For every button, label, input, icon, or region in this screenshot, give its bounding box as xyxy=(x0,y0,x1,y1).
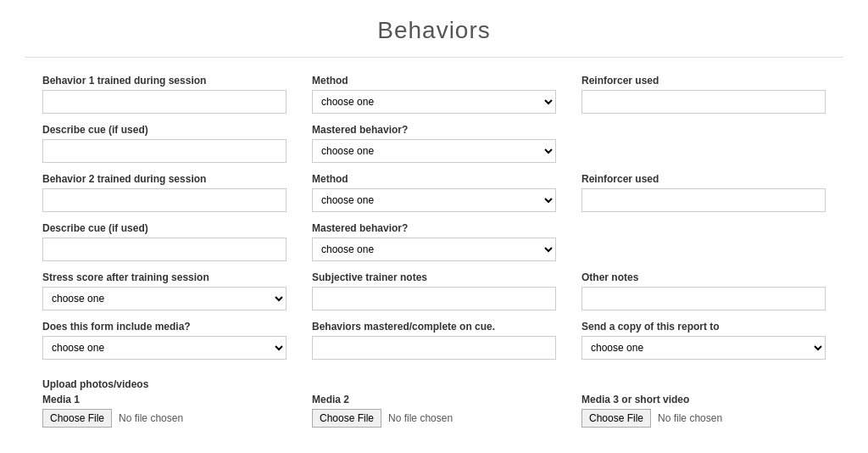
mastered1-label: Mastered behavior? xyxy=(312,124,556,136)
media1-file-row: Choose File No file chosen xyxy=(42,409,287,428)
describe-cue1-label: Describe cue (if used) xyxy=(42,124,287,136)
subjective-notes-input[interactable] xyxy=(312,287,556,310)
reinforcer1-input[interactable] xyxy=(581,90,826,114)
media-section: Upload photos/videos Media 1 Choose File… xyxy=(42,378,826,438)
subjective-notes-label: Subjective trainer notes xyxy=(312,271,556,283)
media1-label: Media 1 xyxy=(42,394,287,405)
reinforcer2-input[interactable] xyxy=(581,188,826,212)
media2-label: Media 2 xyxy=(312,394,556,405)
behavior1-label: Behavior 1 trained during session xyxy=(42,75,287,87)
form-grid: Behavior 1 trained during session Method… xyxy=(42,75,826,370)
other-notes-label: Other notes xyxy=(581,271,826,283)
method1-label: Method xyxy=(312,75,556,87)
behavior2-group: Behavior 2 trained during session xyxy=(42,173,287,212)
page-title: Behaviors xyxy=(0,0,868,57)
media1-choose-file-button[interactable]: Choose File xyxy=(42,409,112,428)
behavior1-group: Behavior 1 trained during session xyxy=(42,75,287,114)
media1-group: Media 1 Choose File No file chosen xyxy=(42,394,287,428)
media3-choose-file-button[interactable]: Choose File xyxy=(581,409,651,428)
empty-col3-row4 xyxy=(581,222,826,261)
media3-label: Media 3 or short video xyxy=(581,394,826,405)
media3-no-file-text: No file chosen xyxy=(658,412,722,424)
does-media-select[interactable]: choose one xyxy=(42,336,287,360)
media-grid: Media 1 Choose File No file chosen Media… xyxy=(42,394,826,438)
mastered2-label: Mastered behavior? xyxy=(312,222,556,234)
behaviors-mastered-group: Behaviors mastered/complete on cue. xyxy=(312,321,556,360)
form-container: Behavior 1 trained during session Method… xyxy=(0,75,868,453)
method2-label: Method xyxy=(312,173,556,185)
send-copy-select[interactable]: choose one xyxy=(581,336,826,360)
media3-group: Media 3 or short video Choose File No fi… xyxy=(581,394,826,428)
empty-col3-row2 xyxy=(581,124,826,163)
behavior1-input[interactable] xyxy=(42,90,287,114)
describe-cue2-group: Describe cue (if used) xyxy=(42,222,287,261)
media2-no-file-text: No file chosen xyxy=(388,412,453,424)
describe-cue2-label: Describe cue (if used) xyxy=(42,222,287,234)
describe-cue1-input[interactable] xyxy=(42,139,287,163)
mastered1-group: Mastered behavior? choose one xyxy=(312,124,556,163)
section-divider xyxy=(25,57,843,58)
method1-select[interactable]: choose one xyxy=(312,90,556,114)
stress-score-select[interactable]: choose one xyxy=(42,287,287,310)
media3-file-row: Choose File No file chosen xyxy=(581,409,826,428)
reinforcer2-label: Reinforcer used xyxy=(581,173,826,185)
upload-label: Upload photos/videos xyxy=(42,378,826,390)
other-notes-group: Other notes xyxy=(581,271,826,310)
method2-group: Method choose one xyxy=(312,173,556,212)
mastered2-select[interactable]: choose one xyxy=(312,238,556,261)
does-media-group: Does this form include media? choose one xyxy=(42,321,287,360)
behaviors-mastered-label: Behaviors mastered/complete on cue. xyxy=(312,321,556,333)
reinforcer1-group: Reinforcer used xyxy=(581,75,826,114)
behavior2-input[interactable] xyxy=(42,188,287,212)
send-copy-group: Send a copy of this report to choose one xyxy=(581,321,826,360)
describe-cue2-input[interactable] xyxy=(42,238,287,261)
method1-group: Method choose one xyxy=(312,75,556,114)
method2-select[interactable]: choose one xyxy=(312,188,556,212)
stress-score-label: Stress score after training session xyxy=(42,271,287,283)
other-notes-input[interactable] xyxy=(581,287,826,310)
behavior2-label: Behavior 2 trained during session xyxy=(42,173,287,185)
behaviors-mastered-input[interactable] xyxy=(312,336,556,360)
media2-choose-file-button[interactable]: Choose File xyxy=(312,409,381,428)
mastered2-group: Mastered behavior? choose one xyxy=(312,222,556,261)
mastered1-select[interactable]: choose one xyxy=(312,139,556,163)
media1-no-file-text: No file chosen xyxy=(119,412,183,424)
send-copy-label: Send a copy of this report to xyxy=(581,321,826,333)
media2-group: Media 2 Choose File No file chosen xyxy=(312,394,556,428)
does-media-label: Does this form include media? xyxy=(42,321,287,333)
describe-cue1-group: Describe cue (if used) xyxy=(42,124,287,163)
reinforcer2-group: Reinforcer used xyxy=(581,173,826,212)
stress-score-group: Stress score after training session choo… xyxy=(42,271,287,310)
reinforcer1-label: Reinforcer used xyxy=(581,75,826,87)
media2-file-row: Choose File No file chosen xyxy=(312,409,556,428)
subjective-notes-group: Subjective trainer notes xyxy=(312,271,556,310)
